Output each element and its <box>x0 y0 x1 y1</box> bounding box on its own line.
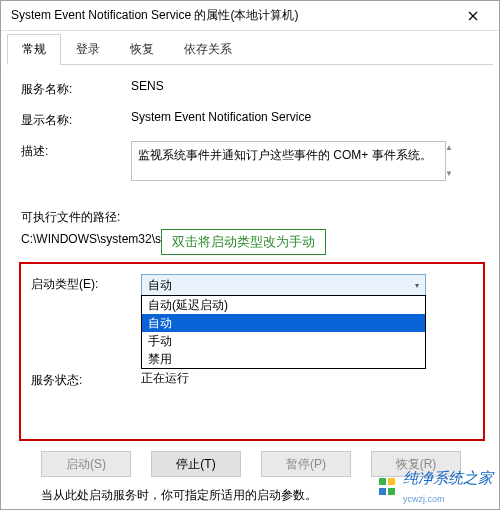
tab-logon[interactable]: 登录 <box>61 34 115 65</box>
scroll-up-icon: ▲ <box>443 142 455 154</box>
description-scrollbar[interactable]: ▲ ▼ <box>443 142 455 180</box>
watermark-logo-icon <box>379 478 397 496</box>
value-display-name: System Event Notification Service <box>131 110 483 124</box>
option-auto-delayed[interactable]: 自动(延迟启动) <box>142 296 425 314</box>
startup-type-combobox[interactable]: 自动 ▾ <box>141 274 426 296</box>
tab-recovery[interactable]: 恢复 <box>115 34 169 65</box>
close-button[interactable] <box>453 2 493 30</box>
row-startup-type: 启动类型(E): 自动 ▾ 自动(延迟启动) 自动 手动 禁用 <box>31 274 473 296</box>
label-status: 服务状态: <box>31 370 141 389</box>
label-display-name: 显示名称: <box>21 110 131 129</box>
option-disabled[interactable]: 禁用 <box>142 350 425 368</box>
general-panel: 服务名称: SENS 显示名称: System Event Notificati… <box>1 65 499 510</box>
chevron-down-icon: ▾ <box>415 281 419 290</box>
scroll-down-icon: ▼ <box>443 168 455 180</box>
tab-dependencies[interactable]: 依存关系 <box>169 34 247 65</box>
row-display-name: 显示名称: System Event Notification Service <box>21 110 483 129</box>
label-description: 描述: <box>21 141 131 160</box>
window-title: System Event Notification Service 的属性(本地… <box>11 7 298 24</box>
annotation-callout: 双击将启动类型改为手动 <box>161 229 326 255</box>
label-exe-path: 可执行文件的路径: <box>21 207 483 229</box>
label-startup-type: 启动类型(E): <box>31 274 141 293</box>
value-status: 正在运行 <box>141 370 189 389</box>
value-description: 监视系统事件并通知订户这些事件的 COM+ 事件系统。 <box>138 148 432 162</box>
option-auto[interactable]: 自动 <box>142 314 425 332</box>
startup-type-dropdown: 自动(延迟启动) 自动 手动 禁用 <box>141 295 426 369</box>
description-box: 监视系统事件并通知订户这些事件的 COM+ 事件系统。 ▲ ▼ <box>131 141 446 181</box>
highlight-box: 启动类型(E): 自动 ▾ 自动(延迟启动) 自动 手动 禁用 服务状态: <box>19 262 485 441</box>
start-button[interactable]: 启动(S) <box>41 451 131 477</box>
close-icon <box>468 11 478 21</box>
row-status: 服务状态: 正在运行 <box>31 370 473 389</box>
stop-button[interactable]: 停止(T) <box>151 451 241 477</box>
startup-type-selected: 自动 <box>148 277 172 294</box>
label-service-name: 服务名称: <box>21 79 131 98</box>
value-service-name: SENS <box>131 79 483 93</box>
properties-dialog: System Event Notification Service 的属性(本地… <box>0 0 500 510</box>
pause-button[interactable]: 暂停(P) <box>261 451 351 477</box>
watermark-text: 纯净系统之家 ycwzj.com <box>403 469 493 505</box>
titlebar: System Event Notification Service 的属性(本地… <box>1 1 499 31</box>
watermark: 纯净系统之家 ycwzj.com <box>379 469 493 505</box>
tab-general[interactable]: 常规 <box>7 34 61 65</box>
option-manual[interactable]: 手动 <box>142 332 425 350</box>
tab-strip: 常规 登录 恢复 依存关系 <box>1 31 499 64</box>
row-service-name: 服务名称: SENS <box>21 79 483 98</box>
row-description: 描述: 监视系统事件并通知订户这些事件的 COM+ 事件系统。 ▲ ▼ <box>21 141 483 181</box>
startup-type-wrapper: 自动 ▾ 自动(延迟启动) 自动 手动 禁用 <box>141 274 426 296</box>
